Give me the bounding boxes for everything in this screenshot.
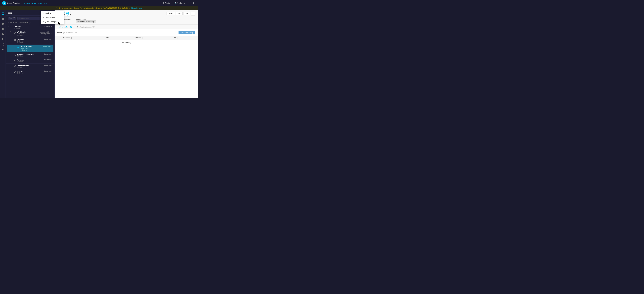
table-filter-button[interactable]: [57, 37, 58, 39]
tab-bar: All Inventory 0 Overlapping Scopes 0: [54, 25, 198, 30]
sidebar-item-plug[interactable]: [0, 47, 5, 52]
scopes-sync-icon-box[interactable]: [65, 11, 70, 17]
svg-line-15: [3, 44, 4, 45]
scope-item-product-team[interactable]: ▶ Product Team Draft Query 0 Children In…: [7, 45, 54, 52]
product-team-inventory: Inventory: 0: [43, 46, 52, 48]
sidebar-item-dashboard[interactable]: [0, 11, 5, 16]
monitoring-chevron-icon: ▾: [186, 2, 186, 4]
settings-nav-item[interactable]: ⚙ ▾: [193, 2, 196, 4]
scope-item-temporary-employee[interactable]: ▶ Temporary Employee 0 Children Inventor…: [6, 52, 54, 58]
inventory-filters-row: Filters ? ✕ Search Inventory: [54, 30, 198, 36]
hostname-sort-icon: ▲▼: [71, 37, 72, 39]
partners-scope-name: Partners: [17, 59, 44, 61]
scope-item-tetration[interactable]: ▼ Tetration 5 Children Inventory: 59: [6, 24, 54, 30]
partners-children: 0 Children: [17, 61, 44, 62]
cloud-services-scope-icon: [13, 65, 16, 68]
partners-scope-icon: [13, 59, 16, 62]
help-circle-icon: ?: [13, 17, 15, 19]
campus-chevron-icon[interactable]: ▼: [10, 38, 12, 40]
query-changes-item[interactable]: 8 Query Changes: [41, 20, 64, 24]
search-inventory-button[interactable]: Search Inventory: [178, 31, 195, 35]
scope-item-internet[interactable]: ▶ Internet Draft Query Inventory: 3: [6, 69, 54, 75]
os-sort-icon: ▲▼: [177, 37, 178, 39]
svg-rect-22: [14, 40, 15, 41]
tetration-scope-name: Tetration: [14, 26, 43, 27]
scope-item-campus[interactable]: ▼ Campus Draft Query 2 Children Inventor…: [6, 37, 54, 45]
table-filter-header: [54, 36, 60, 40]
sidebar-item-topology[interactable]: [0, 42, 5, 47]
internet-scope-name: Internet: [17, 70, 44, 72]
commit-dropdown: Commit ▾ 2 Scope Moves 8 Query Changes: [41, 11, 64, 24]
clear-filters-button[interactable]: ✕: [174, 31, 177, 34]
help-nav-item[interactable]: ? ▾: [188, 2, 191, 4]
cisco-icon: C: [2, 1, 6, 5]
svg-rect-6: [2, 19, 4, 20]
os-column-header[interactable]: OS ▲▼: [172, 36, 198, 40]
workloads-scope-name: Workloads: [17, 31, 39, 33]
tetration-children-count: 5 Children: [14, 27, 43, 29]
top-nav: C Cisco Tetration SCOPES AND INVENTORY 🖥…: [0, 0, 198, 6]
app-section: SCOPES AND INVENTORY: [24, 2, 48, 4]
commit-main-button[interactable]: Commit ▾: [41, 11, 64, 16]
scope-item-partners[interactable]: ▶ Partners 0 Children Inventory: 0: [6, 58, 54, 64]
campus-scope-name: Campus: [17, 38, 44, 40]
campus-sub: Draft Query: [17, 40, 44, 42]
address-column-header[interactable]: Address ▲▼: [132, 36, 172, 40]
info-icon: i: [29, 22, 31, 24]
scope-item-cloud-services[interactable]: ▶ Cloud Services 0 Children Inventory: 0: [6, 64, 54, 69]
license-banner: You do not have an active license. The e…: [0, 6, 198, 10]
temp-employee-scope-icon: [13, 53, 16, 56]
sidebar-item-eye[interactable]: [0, 27, 5, 31]
tetration-chevron-icon[interactable]: ▼: [8, 26, 10, 27]
edit-button[interactable]: Edit: [176, 12, 182, 15]
tab-overlapping-scopes[interactable]: Overlapping Scopes 0: [74, 25, 97, 30]
filter-button[interactable]: Filter ?: [8, 17, 16, 20]
tetration-nav-item[interactable]: 🖥 Tetration ▾: [162, 2, 172, 4]
sidebar-item-shield[interactable]: [0, 22, 5, 26]
scopes-list: ▼ Tetration 5 Children Inventory: 59 ▶: [6, 24, 54, 98]
help-chevron-icon: ▾: [190, 2, 191, 4]
delete-button[interactable]: Delete: [166, 12, 175, 15]
inventory-table: Hostname ▲▼ VRF ▲▼ Address ▲▼ OS: [54, 36, 198, 45]
filters-input[interactable]: [66, 32, 173, 34]
svg-rect-19: [14, 32, 16, 33]
product-team-scope-icon: [17, 46, 20, 49]
workloads-children: 9 Children: [17, 35, 39, 36]
vrf-column-header[interactable]: VRF ▲▼: [104, 36, 133, 40]
filters-label: Filters ?: [57, 32, 64, 34]
sidebar-item-grid[interactable]: [0, 16, 5, 21]
app-name: Cisco Tetration: [7, 2, 20, 4]
more-button[interactable]: ⋮: [191, 12, 195, 16]
overlapping-scopes-badge: 0: [92, 26, 95, 28]
tetration-inventory: Inventory: 59: [44, 26, 52, 27]
sidebar-item-tag[interactable]: [0, 37, 5, 42]
sidebar-item-bell[interactable]: [0, 32, 5, 37]
sidebar-icons: [0, 10, 6, 98]
draft-query-label: Draft Query: [76, 18, 96, 20]
partners-inventory: Inventory: 0: [44, 59, 52, 61]
product-team-scope-name: Product Team: [20, 46, 42, 48]
add-button[interactable]: Add: [184, 12, 190, 15]
monitoring-nav-item[interactable]: 📡 Monitoring ▾: [174, 2, 186, 4]
scopes-title[interactable]: Scopes: [8, 12, 14, 14]
workloads-chevron-icon[interactable]: ▶: [10, 31, 12, 33]
tetration-chevron-icon: ▾: [172, 2, 172, 4]
svg-rect-1: [3, 13, 4, 14]
hostname-column-header[interactable]: Hostname ▲▼: [60, 36, 104, 40]
svg-point-8: [2, 29, 3, 30]
svg-rect-0: [2, 13, 3, 14]
scope-moves-item[interactable]: 2 Scope Moves: [41, 16, 64, 20]
filters-help-icon: ?: [63, 32, 64, 34]
workloads-sub: Draft Query: [17, 33, 39, 35]
workloads-scope-icon: [13, 31, 16, 34]
temp-employee-children: 0 Children: [17, 55, 44, 57]
tab-all-inventory[interactable]: All Inventory 0: [57, 25, 74, 30]
take-action-link[interactable]: Take action now.: [130, 7, 142, 9]
campus-scope-icon: [13, 38, 16, 41]
vrf-sort-icon: ▲▼: [110, 37, 111, 39]
address-sort-icon: ▲▼: [142, 37, 143, 39]
settings-chevron-icon: ▾: [195, 2, 196, 4]
svg-point-25: [14, 54, 15, 55]
scope-item-workloads[interactable]: ▶ Workloads Draft Query 9 Children Inven…: [6, 30, 54, 37]
scopes-chevron-icon: ▾: [16, 12, 16, 14]
